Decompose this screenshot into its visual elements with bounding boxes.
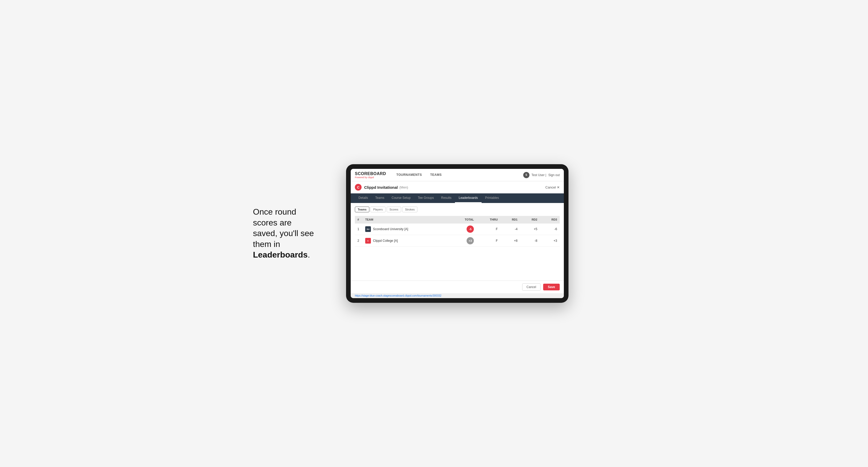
nav-tournaments[interactable]: TOURNAMENTS [392, 169, 426, 181]
tournament-gender: (Men) [399, 185, 408, 189]
intro-line4: them in [253, 240, 280, 249]
nav-links: TOURNAMENTS TEAMS [392, 169, 523, 181]
logo-area: SCOREBOARD Powered by clippd [355, 172, 386, 179]
thru-1: F [476, 223, 500, 235]
url-text: https://stage-blue-coach.stagescoreaboar… [355, 294, 441, 297]
tab-teams[interactable]: Teams [372, 193, 388, 203]
tournament-name: Clippd Invitational [364, 185, 398, 190]
rd3-2: +3 [540, 235, 560, 247]
filter-strokes-button[interactable]: Strokes [402, 207, 417, 212]
user-avatar: S [523, 172, 529, 178]
tablet-frame: SCOREBOARD Powered by clippd TOURNAMENTS… [346, 164, 568, 303]
tab-details[interactable]: Details [355, 193, 372, 203]
total-2: +3 [450, 235, 476, 247]
nav-teams[interactable]: TEAMS [426, 169, 446, 181]
tournament-icon: C [355, 184, 362, 191]
page-footer: Cancel Save [351, 281, 564, 293]
tab-printables[interactable]: Printables [482, 193, 502, 203]
col-total: TOTAL [450, 216, 476, 223]
team-label-1: Scoreboard University [A] [373, 227, 408, 231]
url-bar: https://stage-blue-coach.stagescoreaboar… [351, 293, 564, 298]
sub-nav: Details Teams Course Setup Tee Groups Re… [351, 193, 564, 203]
rd3-1: -6 [540, 223, 560, 235]
tab-course-setup[interactable]: Course Setup [388, 193, 414, 203]
tablet-screen: SCOREBOARD Powered by clippd TOURNAMENTS… [351, 169, 564, 298]
col-rd1: RD1 [500, 216, 520, 223]
col-team: TEAM [363, 216, 450, 223]
team-name-1: SU Scoreboard University [A] [363, 223, 450, 235]
leaderboard-table: # TEAM TOTAL THRU RD1 RD2 RD3 1 [355, 216, 560, 247]
score-badge-2: +3 [467, 237, 474, 244]
rd1-1: -4 [500, 223, 520, 235]
tab-leaderboards[interactable]: Leaderboards [455, 193, 481, 203]
intro-period: . [308, 250, 310, 259]
header-cancel-button[interactable]: Cancel ✕ [546, 185, 560, 189]
table-header: # TEAM TOTAL THRU RD1 RD2 RD3 [355, 216, 560, 223]
table-row: 1 SU Scoreboard University [A] -5 F [355, 223, 560, 235]
intro-line3: saved, you'll see [253, 228, 314, 238]
filter-teams-button[interactable]: Teams [355, 207, 369, 212]
content-area: Teams Players Scores Strokes # TEAM TOTA… [351, 203, 564, 281]
col-thru: THRU [476, 216, 500, 223]
cancel-label: Cancel [546, 185, 556, 189]
intro-line5-bold: Leaderboards [253, 250, 308, 259]
nav-right: S Test User | Sign out [523, 172, 560, 178]
rank-1: 1 [355, 223, 363, 235]
col-rd3: RD3 [540, 216, 560, 223]
col-rank: # [355, 216, 363, 223]
intro-text: Once round scores are saved, you'll see … [253, 207, 331, 260]
thru-2: F [476, 235, 500, 247]
rd1-2: +8 [500, 235, 520, 247]
rank-2: 2 [355, 235, 363, 247]
team-label-2: Clippd College [A] [373, 239, 398, 243]
score-badge-1: -5 [467, 225, 474, 233]
team-name-2: C Clippd College [A] [363, 235, 450, 247]
logo-title: SCOREBOARD [355, 172, 386, 176]
powered-by-text: Powered by [355, 176, 367, 179]
logo-subtitle: Powered by clippd [355, 176, 386, 179]
intro-line1: Once round [253, 207, 296, 216]
rd2-2: -8 [520, 235, 540, 247]
footer-save-button[interactable]: Save [543, 284, 560, 290]
clippd-brand: clippd [368, 176, 374, 179]
intro-line2: scores are [253, 218, 291, 227]
team-logo-1: SU [365, 226, 371, 232]
table-body: 1 SU Scoreboard University [A] -5 F [355, 223, 560, 247]
filter-row: Teams Players Scores Strokes [355, 207, 560, 212]
filter-players-button[interactable]: Players [370, 207, 385, 212]
top-nav: SCOREBOARD Powered by clippd TOURNAMENTS… [351, 169, 564, 181]
tab-tee-groups[interactable]: Tee Groups [414, 193, 437, 203]
footer-cancel-button[interactable]: Cancel [522, 283, 540, 291]
close-icon: ✕ [557, 185, 560, 189]
rd2-1: +5 [520, 223, 540, 235]
sign-out-link[interactable]: Sign out [548, 173, 560, 177]
table-row: 2 C Clippd College [A] +3 F [355, 235, 560, 247]
total-1: -5 [450, 223, 476, 235]
tab-results[interactable]: Results [437, 193, 455, 203]
tournament-header: C Clippd Invitational (Men) Cancel ✕ [351, 181, 564, 193]
user-name: Test User | [531, 173, 546, 177]
team-logo-2: C [365, 238, 371, 244]
col-rd2: RD2 [520, 216, 540, 223]
filter-scores-button[interactable]: Scores [387, 207, 401, 212]
